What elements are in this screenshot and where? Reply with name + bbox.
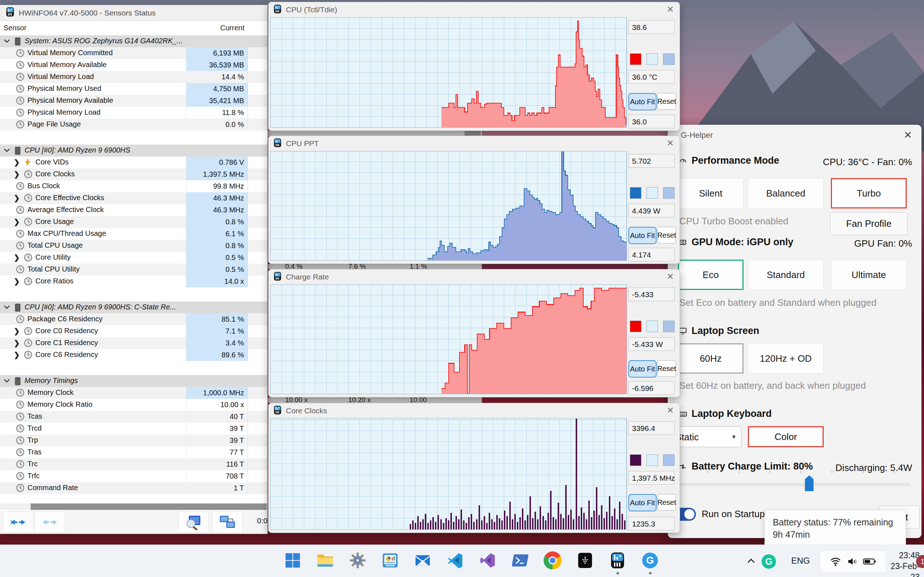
chevron-down-icon[interactable] [3,377,10,385]
sensor-row[interactable]: ❯ Core Usage 0.8 % [0,216,267,228]
monitor-search-button[interactable] [178,511,208,533]
sensor-row[interactable]: Page File Usage 0.0 % [0,119,267,131]
sensor-row[interactable]: Memory Clock Ratio 10.00 x [0,399,267,411]
sensor-row[interactable]: ❯ Core C1 Residency 3.4 % [0,337,267,349]
taskbar-visual-studio-icon[interactable] [477,549,499,572]
series-color-swatch[interactable] [630,187,641,199]
graph-titlebar[interactable]: Core Clocks [268,403,680,418]
grid-color-swatch[interactable] [663,321,675,332]
sensor-row[interactable]: Virtual Memory Committed 6,193 MB [0,47,267,59]
column-sensor[interactable]: Sensor [3,24,26,32]
close-icon[interactable]: ✕ [667,138,674,148]
chevron-down-icon[interactable] [3,37,10,45]
close-icon[interactable]: ✕ [904,129,912,141]
graph-titlebar[interactable]: Charge Rate [268,269,680,285]
sensor-row[interactable]: Virtual Memory Load 14.4 % [0,71,267,83]
sensor-row[interactable]: Command Rate 1 T [0,482,267,494]
series-color-swatch[interactable] [630,455,641,466]
sensor-row[interactable]: Tcas 40 T [0,411,267,423]
sensor-row[interactable]: Memory Clock 1,000.0 MHz [0,387,267,399]
sensor-row[interactable]: Physical Memory Load 11.8 % [0,107,267,119]
silent-button[interactable]: Silent [678,178,743,208]
keyboard-color-button[interactable]: Color [748,426,824,447]
sensor-row[interactable]: ❯ Core Ratios 14.0 x [0,276,267,287]
turbo-button[interactable]: Turbo [831,178,907,208]
sensor-row[interactable]: Max CPU/Thread Usage 6.1 % [0,228,267,240]
expand-arrow-icon[interactable]: ❯ [14,218,20,226]
chevron-down-icon[interactable] [3,303,10,311]
sensor-row[interactable]: Trp 39 T [0,435,267,446]
grid-color-swatch[interactable] [663,455,675,466]
sensor-row[interactable]: ❯ Core VIDs 0.786 V [0,156,267,168]
60hz-button[interactable]: 60Hz [678,343,743,374]
scrollbar-handle[interactable] [31,503,267,510]
tray-quick-settings[interactable] [820,551,886,572]
expand-arrow-icon[interactable]: ❯ [14,327,20,335]
battery-limit-slider[interactable] [670,483,909,486]
keyboard-mode-dropdown[interactable]: Static ▼ [670,426,741,447]
120hz-od-button[interactable]: 120Hz + OD [748,343,824,374]
reset-button[interactable]: Reset [657,93,676,110]
taskbar-mail-icon[interactable] [412,549,434,572]
taskbar-vscode-icon[interactable] [444,549,466,572]
series-color-swatch[interactable] [630,321,641,332]
ultimate-button[interactable]: Ultimate [831,259,907,290]
background-color-swatch[interactable] [646,455,658,466]
taskbar-task-manager-icon[interactable] [379,549,401,572]
hwinfo-horizontal-scrollbar[interactable] [0,503,267,510]
sensor-group-row[interactable]: CPU [#0]: AMD Ryzen 9 6900HS: C-State Re… [0,301,267,313]
sensor-group-row[interactable]: Memory Timings [0,375,267,387]
fan-profile-button[interactable]: Fan Profile [830,212,908,235]
close-icon[interactable]: ✕ [667,4,674,15]
expand-arrow-icon[interactable]: ❯ [14,277,20,285]
collapse-columns-button[interactable] [35,511,65,533]
sensor-row[interactable]: Bus Clock 99.8 MHz [0,180,267,192]
sensor-row[interactable]: Total CPU Usage 0.8 % [0,240,267,252]
grid-color-swatch[interactable] [663,187,675,199]
expand-arrow-icon[interactable]: ❯ [14,170,20,179]
sensor-row[interactable]: Physical Memory Available 35,421 MB [0,95,267,107]
balanced-button[interactable]: Balanced [748,178,824,208]
taskbar-powershell-icon[interactable] [509,549,531,572]
sensor-row[interactable]: Trcd 39 T [0,423,267,435]
taskbar-ghelper-icon[interactable]: G [639,549,661,572]
sensor-row[interactable]: Trfc 708 T [0,470,267,482]
sensor-row[interactable]: ❯ Core Clocks 1,397.5 MHz [0,168,267,180]
sensor-row[interactable]: ❯ Core Utility 0.5 % [0,252,267,264]
close-icon[interactable]: ✕ [667,405,674,416]
auto-fit-button[interactable]: Auto Fit [628,227,657,244]
grammarly-icon[interactable]: G [762,554,776,569]
expand-arrow-icon[interactable]: ❯ [14,253,20,262]
sensor-group-row[interactable]: CPU [#0]: AMD Ryzen 9 6900HS [0,145,267,156]
sensor-row[interactable]: Physical Memory Used 4,750 MB [0,83,267,95]
language-indicator[interactable]: ENG [791,556,810,566]
sensor-row[interactable]: ❯ Core C6 Residency 89.6 % [0,349,267,361]
background-color-swatch[interactable] [646,187,658,199]
graph-titlebar[interactable]: CPU PPT [268,136,680,151]
expand-arrow-icon[interactable]: ❯ [14,193,20,202]
column-current[interactable]: Current [186,24,244,32]
sensor-row[interactable]: Trc 116 T [0,458,267,470]
battery-limit-slider-thumb[interactable] [805,475,814,491]
chevron-down-icon[interactable] [3,147,10,155]
reset-button[interactable]: Reset [657,227,676,243]
reset-button[interactable]: Reset [657,494,676,511]
background-color-swatch[interactable] [646,321,658,332]
taskbar-hwinfo-icon[interactable] [606,549,629,572]
sensor-row[interactable]: ❯ Core C0 Residency 7.1 % [0,325,267,337]
background-color-swatch[interactable] [646,53,658,65]
sensor-row[interactable]: Average Effective Clock 46.3 MHz [0,204,267,216]
auto-fit-button[interactable]: Auto Fit [628,494,657,511]
remote-monitors-button[interactable] [212,511,242,533]
standard-button[interactable]: Standard [748,259,824,290]
expand-columns-button[interactable] [3,511,33,533]
expand-arrow-icon[interactable]: ❯ [14,338,20,347]
tray-clock[interactable]: 23:48 23-Feb-23 [887,550,920,577]
graph-titlebar[interactable]: CPU (Tctl/Tdie) [268,2,680,17]
close-icon[interactable]: ✕ [667,272,674,282]
series-color-swatch[interactable] [630,53,641,65]
eco-button[interactable]: Eco [678,259,743,290]
taskbar-utility-app-icon[interactable] [574,549,596,572]
taskbar-settings-icon[interactable] [347,549,369,572]
taskbar-start-icon[interactable] [281,549,304,572]
